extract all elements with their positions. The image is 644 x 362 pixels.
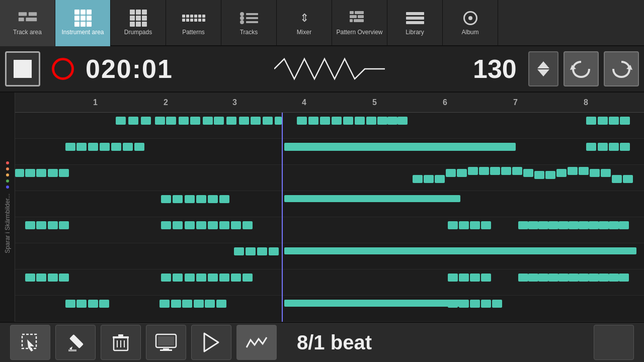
record-button[interactable] <box>45 51 80 86</box>
pattern-block <box>111 143 121 151</box>
patterns-icon <box>184 11 204 26</box>
pattern-block <box>448 221 458 229</box>
pattern-block <box>141 117 151 125</box>
track-row-1 <box>15 113 644 139</box>
pattern-block <box>234 247 244 255</box>
pattern-block <box>196 195 206 203</box>
screen-tool-button[interactable] <box>146 325 186 360</box>
pattern-block <box>243 221 253 229</box>
nav-pattern-overview[interactable]: Pattern Overview <box>332 0 387 46</box>
pattern-block <box>598 143 608 151</box>
pattern-block <box>569 274 579 282</box>
track-area-canvas[interactable]: 1 2 3 4 5 6 7 8 <box>15 93 644 322</box>
svg-rect-30 <box>158 336 174 345</box>
nav-library[interactable]: Library <box>387 0 443 46</box>
pattern-block <box>15 169 24 177</box>
pattern-block <box>219 195 229 203</box>
pattern-block <box>481 221 491 229</box>
pattern-block <box>446 169 456 177</box>
pattern-block-long <box>284 143 516 151</box>
pencil-tool-button[interactable] <box>55 325 96 360</box>
quantize-tool-button[interactable] <box>236 325 277 360</box>
pattern-block <box>263 117 273 125</box>
pattern-block <box>128 117 138 125</box>
pattern-block-long2 <box>284 195 460 202</box>
track-indicator-4 <box>6 179 9 183</box>
pattern-block <box>161 274 171 282</box>
pattern-block <box>459 221 469 229</box>
pattern-block <box>387 117 397 125</box>
pattern-block <box>448 274 458 282</box>
pattern-block <box>492 300 502 308</box>
pattern-block <box>159 300 170 308</box>
pattern-block <box>619 274 629 282</box>
pattern-block <box>251 117 261 125</box>
pattern-block <box>320 117 330 125</box>
pattern-block <box>65 143 75 151</box>
stop-button[interactable] <box>5 51 40 86</box>
track-row-2 <box>15 139 644 165</box>
nav-album[interactable]: Album <box>443 0 498 46</box>
pattern-block <box>88 300 98 308</box>
track-row-7 <box>15 269 644 296</box>
tempo-updown-button[interactable] <box>528 51 558 86</box>
nav-drumpads[interactable]: Drumpads <box>111 0 166 46</box>
nav-instrument-area[interactable]: Instrument area <box>55 0 111 46</box>
mixer-icon: ⇕ <box>294 11 314 26</box>
waveform-display <box>191 54 468 84</box>
pattern-block <box>59 169 69 177</box>
track-indicator-2 <box>6 167 9 170</box>
play-tool-button[interactable] <box>191 325 231 360</box>
pattern-block <box>25 169 35 177</box>
ruler-mark-7: 7 <box>513 98 518 107</box>
pattern-block <box>297 117 307 125</box>
pattern-block <box>226 117 236 125</box>
pattern-block <box>620 117 630 125</box>
pattern-block <box>457 169 467 177</box>
pattern-block <box>589 221 599 229</box>
trash-tool-button[interactable] <box>101 325 141 360</box>
tracks-icon <box>239 11 259 26</box>
tracks-container <box>15 113 644 322</box>
pattern-block <box>512 167 522 175</box>
pattern-block <box>620 143 630 151</box>
pattern-block <box>609 221 619 229</box>
svg-rect-11 <box>355 11 364 14</box>
nav-patterns-label: Patterns <box>182 29 205 36</box>
pattern-block <box>275 117 282 125</box>
nav-instrument-area-label: Instrument area <box>61 29 104 36</box>
undo-button[interactable] <box>564 51 599 86</box>
pattern-block <box>59 274 69 282</box>
track-area-icon <box>18 11 38 26</box>
nav-patterns[interactable]: Patterns <box>166 0 221 46</box>
pattern-block <box>36 169 46 177</box>
ruler: 1 2 3 4 5 6 7 8 <box>15 93 644 113</box>
select-tool-button[interactable] <box>10 325 50 360</box>
pattern-block <box>579 167 589 175</box>
pattern-block <box>612 175 622 183</box>
pattern-block <box>214 117 224 125</box>
pattern-block <box>556 169 567 177</box>
nav-tracks[interactable]: Tracks <box>221 0 277 46</box>
svg-rect-10 <box>350 11 354 14</box>
pattern-block <box>490 167 500 175</box>
pattern-block <box>208 274 218 282</box>
svg-rect-15 <box>354 19 364 22</box>
nav-mixer[interactable]: ⇕ Mixer <box>277 0 332 46</box>
svg-rect-25 <box>118 334 123 336</box>
pattern-block <box>470 221 480 229</box>
pattern-block-long3 <box>284 247 636 254</box>
pattern-block <box>48 274 58 282</box>
pattern-block <box>609 143 619 151</box>
pattern-block <box>231 274 241 282</box>
ruler-mark-4: 4 <box>302 98 306 107</box>
pattern-block <box>569 221 579 229</box>
pattern-block <box>579 274 589 282</box>
pattern-block <box>203 117 213 125</box>
nav-track-area-label: Track area <box>13 29 42 36</box>
redo-button[interactable] <box>604 51 639 86</box>
pattern-block <box>88 143 98 151</box>
record-icon <box>52 58 74 80</box>
svg-rect-1 <box>28 12 36 16</box>
nav-track-area[interactable]: Track area <box>0 0 55 46</box>
